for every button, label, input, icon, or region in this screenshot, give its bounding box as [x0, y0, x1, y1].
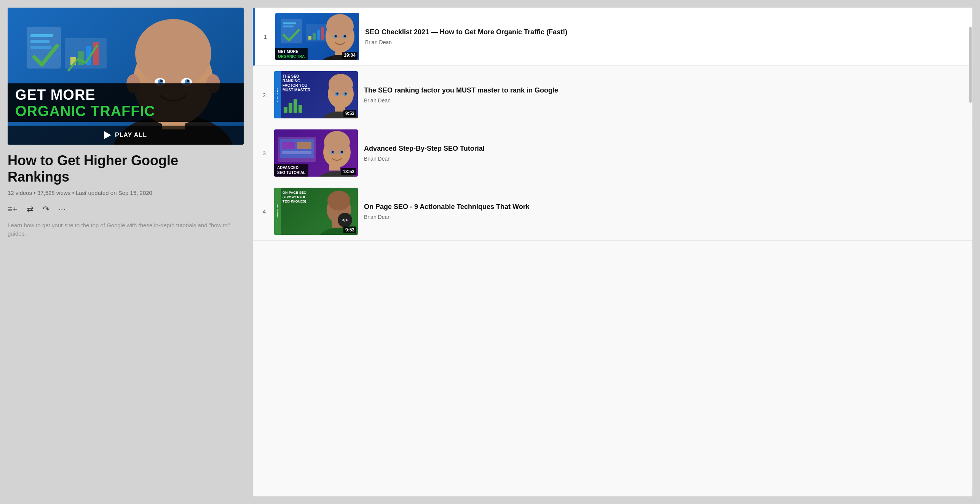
video-list-item[interactable]: 3 ADVANCEDSEO TUTORIAL [253, 124, 972, 182]
playlist-description: Learn how to get your site to the top of… [8, 221, 244, 238]
svg-point-35 [335, 35, 337, 37]
playlist-actions: ≡+ ⇄ ↷ ··· [8, 204, 244, 214]
play-all-label: PLAY ALL [115, 132, 147, 139]
playlist-meta: 12 videos • 37,528 views • Last updated … [8, 189, 244, 198]
item-number: 2 [260, 92, 268, 98]
video-list-item[interactable]: 4 BACKLINKO ON-PAGE SEO(9 POWERFULTECHNI… [253, 182, 972, 241]
get-more-text: GET MORE [15, 87, 236, 103]
main-thumbnail[interactable]: GET MORE ORGANIC TRAFFIC PLAY ALL [8, 8, 244, 145]
svg-point-36 [344, 35, 346, 37]
item-thumbnail-4: BACKLINKO ON-PAGE SEO(9 POWERFULTECHNIQU… [274, 188, 358, 235]
backlinko-bar-4: BACKLINKO [274, 188, 281, 235]
video-title-1: SEO Checklist 2021 — How to Get More Org… [365, 28, 965, 37]
svg-rect-2 [30, 40, 49, 43]
share-button[interactable]: ↷ [43, 204, 49, 214]
svg-point-56 [332, 151, 334, 153]
svg-point-18 [187, 80, 189, 82]
svg-point-57 [341, 151, 343, 153]
more-options-button[interactable]: ··· [59, 204, 65, 214]
svg-rect-48 [297, 142, 311, 149]
svg-rect-27 [317, 30, 320, 40]
organic-traffic-text: ORGANIC TRAFFIC [15, 103, 236, 120]
svg-rect-3 [30, 46, 51, 49]
svg-rect-49 [282, 151, 311, 154]
video-duration-2: 9:53 [343, 110, 356, 117]
video-title-4: On Page SEO - 9 Actionable Techniques Th… [364, 203, 965, 211]
video-duration-3: 13:53 [341, 168, 356, 175]
thumb-text-3: ADVANCEDSEO TUTORIAL [274, 164, 308, 177]
svg-point-32 [326, 14, 354, 38]
playlist-title: How to Get Higher Google Rankings [8, 152, 244, 185]
svg-rect-47 [282, 142, 295, 149]
thumb-main-text-2: THE SEORANKINGFACTOR YOUMUST MASTER [283, 74, 310, 93]
video-title-3: Advanced Step-By-Step SEO Tutorial [364, 144, 965, 153]
item-thumbnail-2: BACKLINKO THE SEORANKINGFACTOR YOUMUST M… [274, 71, 358, 118]
svg-rect-23 [283, 26, 294, 27]
video-info-4: On Page SEO - 9 Actionable Techniques Th… [364, 203, 965, 220]
item-number: 3 [260, 150, 268, 156]
svg-point-40 [329, 74, 353, 95]
thumb-main-text-4: ON-PAGE SEO(9 POWERFULTECHNIQUES) [283, 191, 306, 204]
svg-point-12 [135, 19, 211, 88]
svg-rect-8 [93, 42, 99, 65]
svg-point-53 [324, 131, 350, 154]
presenter-image [114, 11, 232, 145]
item-number: 1 [262, 33, 269, 40]
svg-rect-22 [283, 22, 296, 24]
video-duration-4: 9:53 [343, 226, 356, 233]
video-list-item[interactable]: 2 BACKLINKO THE SEORANKINGFACTOR YOUMUST… [253, 66, 972, 124]
backlinko-bar: BACKLINKO [274, 71, 281, 118]
code-icon: </> [338, 213, 352, 227]
left-panel: GET MORE ORGANIC TRAFFIC PLAY ALL How to… [8, 8, 244, 496]
video-channel-1: Brian Dean [365, 39, 965, 45]
video-channel-2: Brian Dean [364, 97, 965, 104]
save-to-library-button[interactable]: ≡+ [8, 204, 18, 214]
video-title-2: The SEO ranking factor you MUST master t… [364, 86, 965, 95]
video-list-item[interactable]: 1 [253, 8, 972, 66]
svg-point-17 [160, 80, 163, 82]
video-list: 1 [253, 8, 972, 496]
thumbnail-text-overlay: GET MORE ORGANIC TRAFFIC [8, 83, 244, 122]
svg-rect-1 [30, 34, 53, 37]
item-thumbnail-1: GET MOREORGANIC TRA 19:04 [275, 13, 359, 60]
video-channel-4: Brian Dean [364, 214, 965, 220]
play-all-button[interactable]: PLAY ALL [8, 126, 244, 145]
scrollbar[interactable] [969, 27, 972, 103]
bar-chart [284, 99, 302, 113]
thumb-text-overlay-1: GET MOREORGANIC TRA [275, 48, 308, 60]
svg-point-61 [327, 191, 350, 211]
svg-point-43 [337, 93, 338, 95]
svg-rect-26 [313, 33, 316, 40]
play-icon [104, 131, 111, 139]
video-channel-3: Brian Dean [364, 156, 965, 162]
item-thumbnail-3: ADVANCEDSEO TUTORIAL 13:53 [274, 129, 358, 177]
shuffle-button[interactable]: ⇄ [27, 204, 34, 214]
svg-rect-25 [308, 36, 311, 40]
svg-point-44 [345, 93, 347, 95]
video-info-1: SEO Checklist 2021 — How to Get More Org… [365, 28, 965, 45]
item-number: 4 [260, 208, 268, 215]
video-info-2: The SEO ranking factor you MUST master t… [364, 86, 965, 103]
svg-rect-6 [78, 51, 84, 65]
video-info-3: Advanced Step-By-Step SEO Tutorial Brian… [364, 144, 965, 161]
thumbnail-bg-icons [15, 15, 122, 91]
video-duration-1: 19:04 [342, 52, 358, 59]
